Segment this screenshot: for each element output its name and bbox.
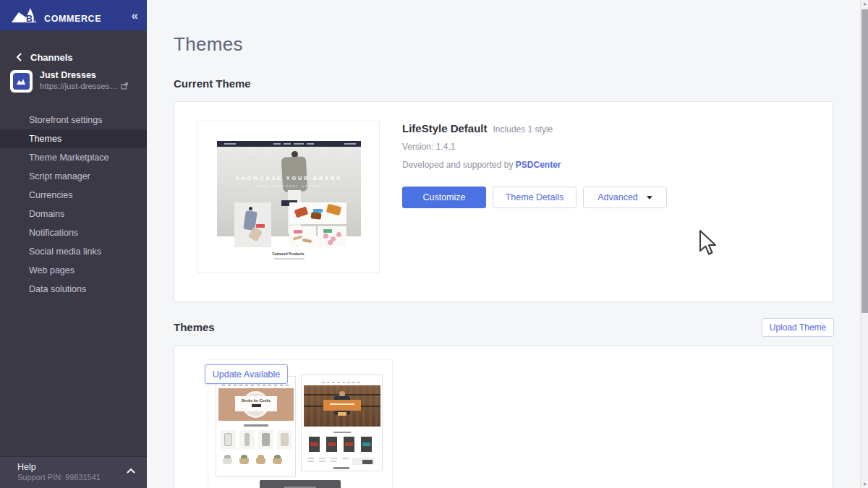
current-theme-preview[interactable]: SHOWCASE YOUR BRAND MAIN CAROUSEL OPTION: [197, 121, 380, 273]
coffee-hero-banner: [323, 400, 361, 411]
books-preview-nav: [222, 385, 290, 386]
theme-tile-action-button[interactable]: [260, 480, 341, 488]
store-avatar: [10, 70, 33, 93]
lifestyle-preview: SHOWCASE YOUR BRAND MAIN CAROUSEL OPTION: [197, 121, 379, 272]
sidebar-item-theme-marketplace[interactable]: Theme Marketplace: [0, 148, 147, 167]
brand-text: BIGCOMMERCE: [26, 14, 101, 24]
coffee-section-line: [333, 432, 351, 433]
main-content: Themes Current Theme SHOWCASE YOUR BRAND…: [147, 0, 868, 488]
help-label: Help: [17, 462, 135, 472]
sidebar-collapse-icon[interactable]: «: [132, 9, 138, 22]
sidebar-item-currencies[interactable]: Currencies: [0, 186, 147, 205]
theme-preview-books[interactable]: Books for Cooks: [216, 376, 296, 477]
books-hero-title: Books for Cooks: [235, 398, 277, 403]
hero-subtitle: MAIN CAROUSEL OPTION: [217, 184, 361, 188]
coffee-footer-logo: [333, 467, 349, 469]
customize-button[interactable]: Customize: [402, 187, 486, 208]
sidebar-item-notifications[interactable]: Notifications: [0, 223, 147, 242]
back-to-channels[interactable]: Channels: [0, 48, 147, 67]
update-available-button[interactable]: Update Available: [205, 364, 288, 384]
caret-down-icon: [647, 196, 652, 200]
current-theme-info: LifeStyle Default Includes 1 style Versi…: [402, 122, 561, 170]
advanced-label: Advanced: [597, 192, 638, 202]
hero-title: SHOWCASE YOUR BRAND: [217, 176, 361, 181]
lifestyle-preview-navbar: [217, 141, 361, 147]
coffee-products-row: [309, 437, 375, 452]
current-theme-card: SHOWCASE YOUR BRAND MAIN CAROUSEL OPTION: [174, 101, 833, 302]
current-theme-heading: Current Theme: [174, 77, 251, 90]
books-preview-hero: Books for Cooks: [218, 388, 294, 421]
sidebar-item-themes[interactable]: Themes: [0, 129, 147, 148]
sidebar-item-script-manager[interactable]: Script manager: [0, 167, 147, 186]
channels-label: Channels: [30, 52, 73, 63]
store-name: Just Dresses: [40, 70, 128, 81]
sidebar-item-domains[interactable]: Domains: [0, 205, 147, 223]
page-title: Themes: [174, 33, 243, 56]
support-pin: Support PIN: 99831541: [17, 473, 135, 481]
scrollbar-up-arrow[interactable]: ▲: [861, 1, 868, 6]
sidebar-topbar: BIGCOMMERCE «: [0, 0, 147, 30]
bigcommerce-logo: BIGCOMMERCE: [10, 7, 132, 24]
books-products-row: [221, 430, 292, 449]
featured-products-subline: [274, 258, 305, 260]
help-panel[interactable]: Help Support PIN: 99831541: [0, 456, 147, 488]
books-pots-row: [222, 455, 291, 464]
themes-section-heading: Themes: [174, 321, 215, 333]
theme-version: Version: 1.4.1: [402, 142, 561, 152]
page-scrollbar[interactable]: ▲ ▼: [860, 0, 868, 488]
coffee-preview-nav: [322, 382, 362, 383]
coffee-preview-hero: [304, 385, 380, 427]
category-tile-shoes: [289, 226, 316, 247]
chevron-up-icon[interactable]: [127, 468, 135, 474]
external-link-icon: [121, 82, 128, 90]
store-row[interactable]: Just Dresses https://just-dresses…: [10, 70, 140, 93]
category-tile-dresses: [234, 202, 271, 247]
store-sail-icon: [17, 78, 26, 85]
theme-name: LifeStyle Default: [402, 122, 488, 134]
books-section-line: [244, 424, 268, 427]
advanced-dropdown-button[interactable]: Advanced: [583, 187, 667, 208]
category-tile-beauty: [318, 226, 346, 247]
developer-link[interactable]: PSDCenter: [516, 160, 561, 170]
sidebar: BIGCOMMERCE « Channels Just Dresses http…: [0, 0, 147, 488]
books-mini-button: [252, 404, 261, 407]
sidebar-item-data-solutions[interactable]: Data solutions: [0, 280, 147, 299]
themes-list-card: Update Available Books for Cooks: [174, 346, 833, 488]
sidebar-nav: Storefront settings Themes Theme Marketp…: [0, 111, 147, 299]
featured-products-label: Featured Products: [197, 252, 379, 256]
sidebar-item-storefront-settings[interactable]: Storefront settings: [0, 111, 147, 129]
theme-actions: Customize Theme Details Advanced: [402, 187, 667, 208]
scrollbar-thumb[interactable]: [861, 9, 868, 313]
category-tile-bags: [289, 202, 346, 224]
store-url[interactable]: https://just-dresses…: [40, 81, 128, 91]
theme-details-button[interactable]: Theme Details: [493, 187, 576, 208]
theme-styles-note: Includes 1 style: [493, 124, 553, 134]
sidebar-item-social-media-links[interactable]: Social media links: [0, 242, 147, 261]
theme-developer: Developed and supported by PSDCenter: [402, 160, 561, 170]
upload-theme-button[interactable]: Upload Theme: [762, 318, 834, 337]
theme-preview-coffee[interactable]: [301, 374, 383, 471]
sidebar-item-web-pages[interactable]: Web pages: [0, 261, 147, 280]
back-chevron-icon: [16, 53, 22, 61]
scrollbar-down-arrow[interactable]: ▼: [861, 482, 868, 487]
